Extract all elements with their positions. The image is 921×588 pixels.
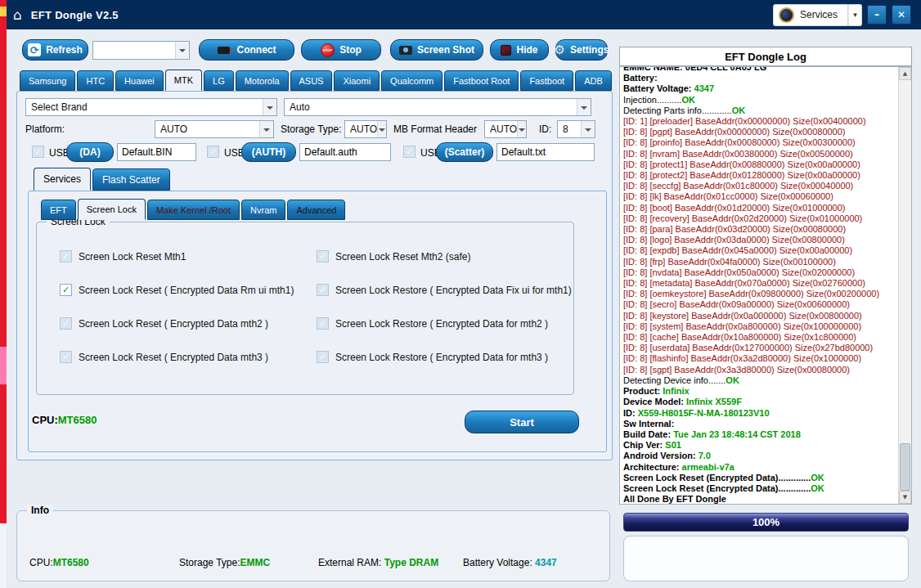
screen-lock-option: Screen Lock Reset ( Encrypted Data mth2 … — [60, 317, 294, 330]
brand-tab-asus[interactable]: ASUS — [290, 70, 333, 91]
stop-button[interactable]: STOP Stop — [301, 39, 381, 61]
service-tab-bar: ServicesFlash Scatter — [34, 168, 170, 191]
brand-tab-htc[interactable]: HTC — [77, 70, 114, 91]
use-da-checkbox[interactable] — [32, 146, 44, 158]
log-line: [ID: 8] [recovery] BaseAddr(0x02d20000) … — [623, 213, 897, 224]
inner-tab-nvram[interactable]: Nvram — [241, 200, 285, 220]
refresh-button[interactable]: ⟳ Refresh — [22, 39, 88, 61]
checkbox[interactable]: ✓ — [60, 284, 72, 296]
checkbox-label: Screen Lock Reset Mth1 — [79, 251, 186, 263]
settings-button[interactable]: ⚙ Settings — [555, 39, 608, 61]
screen-lock-option: ✓Screen Lock Reset ( Encrypted Data Rm u… — [60, 284, 294, 296]
brand-tab-motorola[interactable]: Motorola — [236, 70, 289, 91]
brand-tab-adb[interactable]: ADB — [575, 70, 612, 91]
services-menu-button[interactable]: Services — [773, 4, 848, 26]
model-select-combo[interactable]: Auto — [284, 98, 591, 116]
brand-tab-xiaomi[interactable]: Xiaomi — [334, 70, 380, 91]
services-inner-tab-bar: EFTScreen LockMake Kernel /RootNvramAdva… — [41, 199, 345, 220]
log-line: Screen Lock Reset (Encrypted Data)......… — [623, 473, 897, 483]
log-line: [ID: 8] [expdb] BaseAddr(0x045a0000) Siz… — [623, 245, 897, 256]
checkbox[interactable] — [317, 317, 329, 330]
dropdown-arrow-icon — [577, 99, 591, 115]
edge-strip-pink — [0, 347, 7, 384]
checkbox-label: Screen Lock Reset ( Encrypted Data mth3 … — [79, 352, 268, 363]
log-line: ID: X559-H8015F-N-MA-180123V10 — [623, 408, 897, 419]
brand-tab-qualcomm[interactable]: Qualcomm — [381, 70, 443, 91]
log-scrollbar[interactable]: ▲ ▼ — [898, 67, 911, 504]
screen-lock-groupbox: Screen Lock Screen Lock Reset Mth1✓Scree… — [36, 222, 574, 395]
brand-tab-fastboot[interactable]: Fastboot — [520, 70, 573, 91]
device-combo[interactable] — [92, 41, 190, 60]
cpu-status: CPU:MT6580 — [32, 414, 97, 426]
progress-bar: 100% — [623, 513, 909, 532]
checkbox[interactable] — [60, 250, 72, 263]
brand-tab-mtk[interactable]: MTK — [165, 70, 202, 91]
inner-tab-advanced[interactable]: Advanced — [287, 200, 345, 220]
storage-type-label: Storage Type: — [281, 123, 342, 135]
scrollbar-thumb[interactable] — [900, 443, 910, 491]
da-file-input[interactable]: Default.BIN — [117, 143, 196, 161]
screenshot-button[interactable]: Screen Shot — [390, 39, 483, 61]
brand-select-combo[interactable]: Select Brand — [25, 98, 277, 116]
log-line: Battery: — [623, 73, 897, 83]
info-item: CPU:MT6580 — [29, 557, 89, 568]
checkbox[interactable] — [317, 351, 329, 363]
dropdown-arrow-icon — [263, 99, 276, 115]
platform-value: AUTO — [160, 123, 187, 135]
id-combo[interactable]: 8 — [557, 120, 595, 138]
checkbox[interactable] — [60, 317, 72, 330]
scatter-button[interactable]: (Scatter) — [436, 142, 493, 162]
use-auth-checkbox[interactable] — [207, 146, 219, 158]
log-line: Build Date: Tue Jan 23 18:48:14 CST 2018 — [623, 429, 897, 440]
log-line: Battery Voltage: 4347 — [623, 83, 897, 94]
screenshot-label: Screen Shot — [417, 44, 474, 56]
scatter-file-value: Default.txt — [501, 146, 546, 158]
scroll-down-icon[interactable]: ▼ — [899, 491, 911, 504]
da-button[interactable]: (DA) — [66, 142, 114, 162]
inner-tab-eft[interactable]: EFT — [41, 200, 76, 220]
log-line: [ID: 8] [protect2] BaseAddr(0x01280000) … — [623, 170, 897, 181]
info-groupbox: Info CPU:MT6580Storage Type:EMMCExternal… — [16, 510, 610, 581]
gear-icon: ⚙ — [555, 43, 565, 57]
connect-button[interactable]: Connect — [199, 39, 294, 61]
brand-tab-fastboot-root[interactable]: Fastboot Root — [444, 70, 519, 91]
checkbox[interactable] — [317, 250, 329, 263]
checkbox[interactable] — [317, 284, 329, 296]
inner-tab-screen-lock[interactable]: Screen Lock — [78, 199, 146, 220]
scroll-up-icon[interactable]: ▲ — [899, 67, 911, 80]
brand-tab-huawei[interactable]: Huawei — [115, 70, 164, 91]
log-line: [ID: 8] [userdata] BaseAddr(0x127000000)… — [623, 343, 897, 353]
auth-button[interactable]: (AUTH) — [241, 142, 296, 162]
brand-tab-lg[interactable]: LG — [204, 70, 234, 91]
brand-tab-bar: SamsungHTCHuaweiMTKLGMotorolaASUSXiaomiQ… — [20, 70, 612, 91]
log-line: [ID: 8] [para] BaseAddr(0x03d20000) Size… — [623, 224, 897, 235]
mb-format-value: AUTO — [490, 123, 517, 135]
info-item: Battery Voltage: 4347 — [463, 557, 557, 568]
services-caret-button[interactable]: ▾ — [848, 4, 862, 26]
auth-file-input[interactable]: Default.auth — [299, 143, 391, 161]
storage-type-value: AUTO — [350, 123, 377, 135]
close-button[interactable]: ✕ — [892, 5, 911, 25]
services-panel: EFTScreen LockMake Kernel /RootNvramAdva… — [28, 191, 607, 452]
camera-icon — [399, 46, 412, 55]
use-scatter-checkbox[interactable] — [403, 146, 416, 158]
scatter-file-input[interactable]: Default.txt — [496, 143, 595, 161]
log-line: Screen Lock Reset (Encrypted Data)......… — [623, 483, 897, 494]
storage-type-combo[interactable]: AUTO — [344, 120, 387, 138]
mb-format-combo[interactable]: AUTO — [484, 120, 527, 138]
service-tab-services[interactable]: Services — [34, 168, 91, 191]
checkbox[interactable] — [60, 351, 72, 363]
inner-tab-make-kernel-root[interactable]: Make Kernel /Root — [147, 200, 240, 220]
dropdown-arrow-icon — [377, 121, 386, 137]
titlebar-controls: Services ▾ – ✕ — [773, 4, 921, 26]
log-line: [ID: 8] [logo] BaseAddr(0x03da0000) Size… — [623, 235, 897, 245]
brand-tab-samsung[interactable]: Samsung — [20, 70, 75, 91]
log-content: EMMC NAME: 0ED4 CLL 0A0J LGBattery:Batte… — [623, 66, 897, 504]
platform-combo[interactable]: AUTO — [155, 120, 274, 138]
screen-lock-option: Screen Lock Reset ( Encrypted Data mth3 … — [60, 351, 294, 363]
start-button[interactable]: Start — [465, 411, 579, 433]
service-tab-flash-scatter[interactable]: Flash Scatter — [92, 168, 170, 191]
log-line: [ID: 8] [nvram] BaseAddr(0x00380000) Siz… — [623, 149, 897, 159]
hide-button[interactable]: Hide — [490, 39, 549, 61]
minimize-button[interactable]: – — [867, 5, 887, 25]
